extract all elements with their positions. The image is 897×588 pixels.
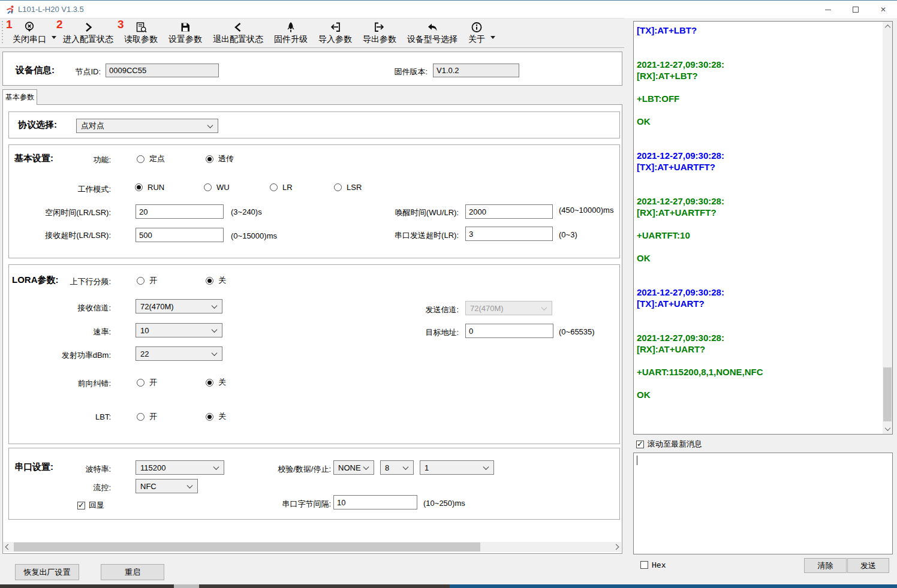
send-input[interactable] — [633, 453, 893, 554]
taskbar-strip — [174, 584, 199, 588]
text-caret — [637, 456, 637, 465]
radio-mode-wu[interactable]: WU — [204, 183, 230, 192]
target-addr-input[interactable]: 0 — [465, 324, 553, 338]
toolbar-export-params-label: 导出参数 — [363, 34, 396, 45]
maximize-button[interactable] — [842, 1, 869, 19]
clear-button[interactable]: 清除 — [804, 558, 847, 573]
about-dropdown-button[interactable] — [490, 19, 496, 47]
toolbar-firmware-upgrade-label: 固件升级 — [274, 34, 308, 45]
log-line: 2021-12-27,09:30:28: — [637, 195, 880, 207]
tab-basic-params[interactable]: 基本参数 — [2, 89, 37, 105]
toolbar-device-model-button[interactable]: 设备型号选择 — [402, 19, 463, 47]
chevron-left-icon — [5, 544, 11, 550]
radio-icon — [137, 277, 145, 285]
scroll-up-button[interactable] — [883, 22, 892, 32]
baud-select[interactable]: 115200 — [136, 460, 224, 475]
radio-lbt-off[interactable]: 关 — [206, 411, 226, 422]
tx-channel-label: 发送信道: — [390, 304, 459, 315]
log-line — [637, 138, 880, 150]
protocol-select[interactable]: 点对点 — [76, 119, 218, 133]
radio-func-transparent[interactable]: 透传 — [206, 153, 234, 164]
chevron-down-icon — [212, 327, 218, 333]
tx-power-select[interactable]: 22 — [136, 346, 222, 361]
log-line — [637, 127, 880, 138]
node-id-field[interactable]: 0009CC55 — [106, 64, 219, 77]
scroll-right-button[interactable] — [611, 542, 621, 552]
idle-time-input[interactable]: 20 — [136, 204, 224, 219]
autoscroll-checkbox[interactable]: 滚动至最新消息 — [636, 439, 702, 450]
send-button[interactable]: 发送 — [847, 558, 889, 573]
radio-icon — [270, 183, 278, 191]
radio-fec-off[interactable]: 关 — [206, 377, 226, 388]
radio-checked-icon — [206, 379, 213, 387]
horizontal-scrollbar-thumb[interactable] — [14, 542, 480, 551]
byte-gap-input[interactable]: 10 — [333, 495, 417, 509]
toolbar-set-params-button[interactable]: 设置参数 — [163, 19, 207, 47]
factory-reset-button[interactable]: 恢复出厂设置 — [15, 564, 79, 580]
radio-freq-split-off[interactable]: 关 — [206, 275, 226, 286]
radio-fec-on[interactable]: 开 — [137, 377, 157, 388]
function-label: 功能: — [36, 155, 111, 165]
annotation-badge-2: 2 — [56, 18, 63, 31]
rx-channel-select[interactable]: 72(470M) — [136, 299, 222, 313]
radio-mode-lr[interactable]: LR — [270, 183, 293, 192]
restart-button[interactable]: 重启 — [101, 564, 164, 580]
log-line: [RX]:AT+UART? — [637, 343, 880, 355]
chevron-down-icon — [363, 464, 369, 470]
radio-mode-lsr[interactable]: LSR — [334, 183, 362, 192]
chevron-down-icon — [403, 464, 409, 470]
radio-icon — [137, 413, 145, 421]
uart-tx-timeout-input[interactable]: 3 — [465, 227, 553, 241]
back-reply-arrow-icon — [426, 20, 438, 34]
toolbar-about-button[interactable]: 关于 — [463, 19, 490, 47]
radio-func-fixed[interactable]: 定点 — [137, 153, 165, 164]
tx-channel-select[interactable]: 72(470M) — [465, 301, 552, 315]
close-button[interactable]: ✕ — [869, 1, 897, 19]
hex-checkbox[interactable]: Hex — [640, 560, 666, 569]
radio-checked-icon — [206, 155, 213, 163]
toolbar-device-model-label: 设备型号选择 — [407, 34, 457, 45]
stop-bits-select[interactable]: 1 — [420, 460, 494, 475]
toolbar-enter-config-button[interactable]: 2 进入配置状态 — [58, 19, 119, 47]
toolbar-enter-config-label: 进入配置状态 — [63, 34, 113, 45]
toolbar-read-params-button[interactable]: 3 读取参数 — [119, 19, 163, 47]
byte-gap-range: (10~250)ms — [423, 499, 465, 508]
toolbar-exit-config-button[interactable]: 退出配置状态 — [207, 19, 269, 47]
log-output[interactable]: [TX]:AT+LBT? 2021-12-27,09:30:28:[RX]:AT… — [633, 21, 893, 435]
log-line: 2021-12-27,09:30:28: — [637, 59, 880, 70]
wake-time-label: 唤醒时间(WU/LR): — [366, 207, 459, 218]
rate-select[interactable]: 10 — [136, 323, 222, 337]
rx-timeout-input[interactable]: 500 — [136, 228, 224, 242]
toolbar-about-label: 关于 — [468, 34, 485, 45]
log-line — [637, 275, 880, 287]
info-circle-icon — [471, 20, 483, 34]
toolbar-close-port-label: 关闭串口 — [13, 34, 46, 45]
minimize-icon — [825, 10, 831, 10]
radio-mode-run[interactable]: RUN — [135, 183, 164, 192]
radio-freq-split-on[interactable]: 开 — [137, 275, 157, 286]
log-line: [RX]:AT+LBT? — [637, 70, 880, 82]
radio-lbt-on[interactable]: 开 — [137, 411, 157, 422]
firmware-version-field[interactable]: V1.0.2 — [433, 64, 519, 77]
work-mode-label: 工作模式: — [36, 184, 111, 195]
log-line: OK — [637, 252, 880, 264]
log-line: [TX]:AT+LBT? — [637, 25, 880, 36]
toolbar-grip[interactable] — [2, 21, 3, 45]
chevron-down-icon — [490, 36, 495, 39]
data-bits-select[interactable]: 8 — [380, 460, 414, 475]
toolbar-close-port-button[interactable]: 1 关闭串口 — [7, 19, 52, 47]
log-scrollbar-thumb[interactable] — [883, 367, 892, 421]
toolbar-firmware-upgrade-button[interactable]: 固件升级 — [269, 19, 313, 47]
echo-checkbox[interactable]: 回显 — [77, 500, 104, 511]
parity-select[interactable]: NONE — [333, 460, 374, 475]
toolbar-import-params-button[interactable]: 导入参数 — [313, 19, 357, 47]
flow-control-label: 流控: — [36, 483, 111, 493]
log-line: [TX]:AT+UARTFT? — [637, 161, 880, 173]
scroll-left-button[interactable] — [3, 542, 13, 552]
wake-time-input[interactable]: 2000 — [465, 204, 553, 219]
rx-timeout-range: (0~15000)ms — [231, 231, 277, 240]
toolbar-export-params-button[interactable]: 导出参数 — [357, 19, 402, 47]
flow-control-select[interactable]: NFC — [136, 479, 198, 493]
scroll-down-button[interactable] — [883, 424, 892, 434]
minimize-button[interactable] — [814, 1, 842, 19]
